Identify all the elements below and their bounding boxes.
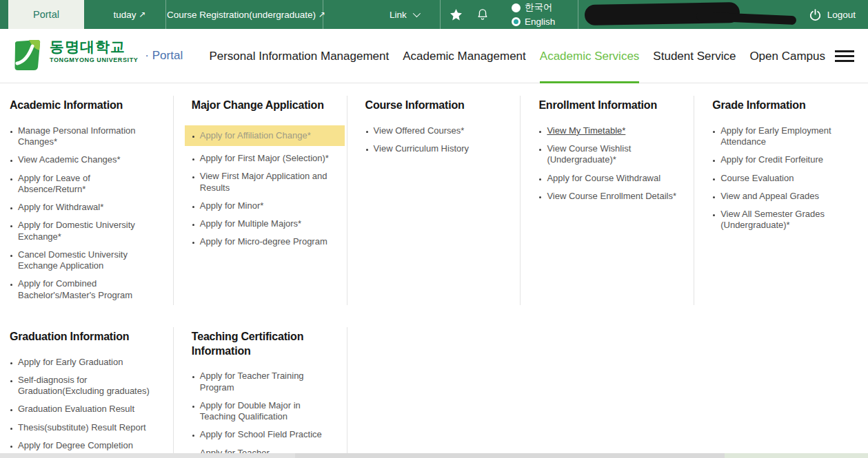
portal-tab[interactable]: Portal xyxy=(8,0,84,29)
menu-section-major-change-application: Major Change Application Apply for Affil… xyxy=(174,83,347,315)
menu-item[interactable]: Apply for Leave of Absence/Return* xyxy=(10,173,167,196)
logout-button[interactable]: Logout xyxy=(809,0,856,29)
language-option-korean[interactable]: 한국어 xyxy=(512,2,555,14)
language-option-english[interactable]: English xyxy=(512,16,555,28)
menu-item[interactable]: View Academic Changes* xyxy=(10,154,167,165)
menu-item[interactable]: View Offered Courses* xyxy=(365,125,514,136)
menu-section-grade-information: Grade Information Apply for Early Employ… xyxy=(694,83,868,315)
menu-item[interactable]: Apply for Combined Bachelor's/Master's P… xyxy=(10,278,167,301)
menu-section-title: Graduation Information xyxy=(10,330,151,344)
page-bottom-edge xyxy=(0,453,868,458)
menu-item[interactable]: View All Semester Grades (Undergraduate)… xyxy=(712,209,861,231)
radio-unselected-icon[interactable] xyxy=(512,3,521,12)
menu-item-highlighted[interactable]: Apply for Affiliation Change* xyxy=(185,125,345,146)
menu-item[interactable]: Apply for Multiple Majors* xyxy=(192,218,341,229)
favorites-star-icon[interactable] xyxy=(450,0,463,29)
logo-english-text: TONGMYONG UNIVERSITY xyxy=(50,56,138,63)
menu-item-hovered[interactable]: View My Timetable* xyxy=(538,125,687,136)
menu-section-title: Teaching Certification Information xyxy=(192,330,333,359)
menu-section-teaching-certification-information: Teaching Certification Information Apply… xyxy=(174,315,347,453)
menu-item[interactable]: View Course Wishlist (Undergraduate)* xyxy=(538,143,687,166)
language-selector: 한국어 English xyxy=(512,0,555,29)
menu-item[interactable]: Graduation Evaluation Result xyxy=(10,404,167,415)
menu-item[interactable]: Apply for School Field Practice xyxy=(192,429,341,440)
menu-section-enrollment-information: Enrollment Information View My Timetable… xyxy=(521,83,694,315)
main-navigation: Personal Information Management Academic… xyxy=(209,29,825,83)
menu-section-title: Academic Information xyxy=(10,98,151,113)
menu-section-title: Grade Information xyxy=(712,98,854,113)
logo-korean-text: 동명대학교 xyxy=(50,37,138,56)
power-icon xyxy=(809,8,822,21)
menu-section-course-information: Course Information View Offered Courses*… xyxy=(347,83,521,315)
site-header: 동명대학교 TONGMYONG UNIVERSITY · Portal Pers… xyxy=(0,29,868,83)
menu-item[interactable]: Cancel Domestic University Exchange Appl… xyxy=(10,249,167,272)
menu-item[interactable]: View Course Enrollment Details* xyxy=(538,191,687,202)
menu-item[interactable]: Course Evaluation xyxy=(712,173,861,184)
chevron-down-icon xyxy=(413,10,421,17)
portal-suffix-label: · Portal xyxy=(145,49,183,72)
menu-item[interactable]: Apply for Double Major in Teaching Quali… xyxy=(192,400,341,423)
radio-selected-icon[interactable] xyxy=(512,17,521,26)
top-utility-bar: Portal tuday ↗ Course Registration(under… xyxy=(0,0,868,29)
menu-item[interactable]: Apply for Degree Completion Extension xyxy=(10,440,167,453)
topbar-divider xyxy=(165,0,166,29)
tuday-link[interactable]: tuday ↗ xyxy=(97,0,163,29)
menu-item[interactable]: Apply for Course Withdrawal xyxy=(538,173,687,184)
link-dropdown[interactable]: Link xyxy=(372,0,436,29)
menu-item[interactable]: Thesis(substitute) Result Report xyxy=(10,422,167,433)
menu-item[interactable]: Apply for Credit Forfeiture xyxy=(712,154,861,165)
nav-personal-information-management[interactable]: Personal Information Management xyxy=(209,29,389,83)
course-registration-link[interactable]: Course Registration(undergraduate) ↗ xyxy=(170,0,323,29)
menu-item[interactable]: Apply for Micro-degree Program xyxy=(192,236,341,247)
menu-section-academic-information: Academic Information Manage Personal Inf… xyxy=(0,83,174,315)
menu-item[interactable]: Apply for Teacher Aptitude/Personality T… xyxy=(192,448,341,453)
external-link-icon: ↗ xyxy=(139,10,145,19)
menu-section-graduation-information: Graduation Information Apply for Early G… xyxy=(0,315,174,453)
menu-item[interactable]: Self-diagnosis for Graduation(Excluding … xyxy=(10,375,167,397)
topbar-divider xyxy=(323,0,323,29)
menu-item[interactable]: View Curriculum History xyxy=(365,143,514,154)
menu-item[interactable]: Apply for Minor* xyxy=(192,200,341,211)
menu-item[interactable]: Apply for First Major (Selection)* xyxy=(192,153,341,164)
menu-section-title: Major Change Application xyxy=(192,98,333,113)
menu-item[interactable]: Apply for Early Employment Attendance xyxy=(712,125,861,148)
university-logo[interactable]: 동명대학교 TONGMYONG UNIVERSITY · Portal xyxy=(10,37,183,72)
nav-open-campus[interactable]: Open Campus xyxy=(749,29,825,83)
menu-item[interactable]: Apply for Domestic University Exchange* xyxy=(10,220,167,242)
menu-item[interactable]: Manage Personal Information Changes* xyxy=(10,125,167,148)
menu-item[interactable]: Apply for Early Graduation xyxy=(10,357,167,368)
menu-section-title: Course Information xyxy=(365,98,507,113)
tongmyong-logo-icon xyxy=(10,39,44,72)
menu-section-title: Enrollment Information xyxy=(538,98,680,113)
portal-page: Portal tuday ↗ Course Registration(under… xyxy=(0,0,868,458)
menu-item[interactable]: Apply for Withdrawal* xyxy=(10,202,167,213)
nav-student-service[interactable]: Student Service xyxy=(653,29,736,83)
hamburger-menu-icon[interactable] xyxy=(835,50,854,62)
menu-item[interactable]: View First Major Application and Results xyxy=(192,171,341,194)
nav-academic-services[interactable]: Academic Services xyxy=(540,29,640,83)
topbar-divider xyxy=(440,0,441,29)
academic-services-mega-menu: Academic Information Manage Personal Inf… xyxy=(0,83,868,453)
topbar-divider xyxy=(578,0,578,29)
menu-item[interactable]: Apply for Teacher Training Program xyxy=(192,371,341,393)
nav-academic-management[interactable]: Academic Management xyxy=(403,29,526,83)
menu-item[interactable]: View and Appeal Grades xyxy=(712,191,861,202)
